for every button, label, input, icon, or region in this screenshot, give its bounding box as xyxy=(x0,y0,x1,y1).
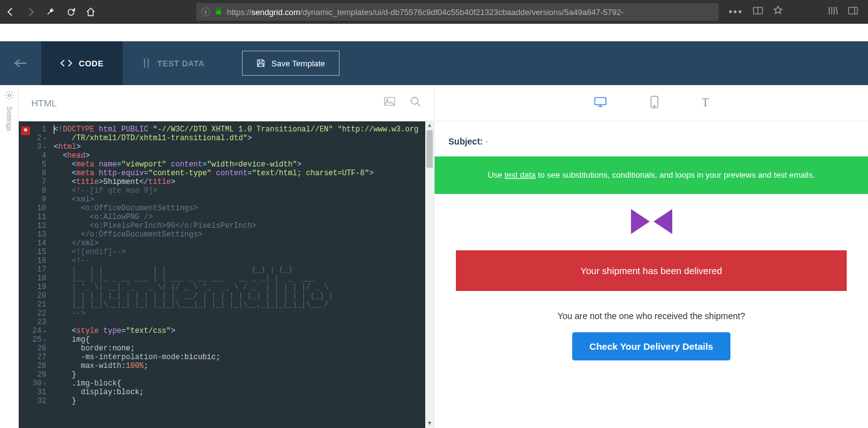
lock-icon xyxy=(215,7,222,17)
preview-head: T xyxy=(435,85,868,121)
tab-testdata-label: TEST DATA xyxy=(158,59,205,68)
image-icon[interactable] xyxy=(384,96,395,110)
banner-text-before: Use xyxy=(488,170,505,180)
forward-icon xyxy=(25,6,36,18)
svg-rect-6 xyxy=(595,97,606,104)
reader-icon[interactable] xyxy=(753,6,763,18)
white-gap xyxy=(0,24,868,41)
back-icon[interactable] xyxy=(5,6,16,18)
url-text: https://sendgrid.com/dynamic_templates/u… xyxy=(227,8,714,17)
browser-nav-icons xyxy=(5,6,96,18)
app-body: Settings HTML ✖ 123456789101112131415161… xyxy=(0,85,868,428)
error-badge[interactable]: ✖ xyxy=(21,126,30,135)
scroll-thumb[interactable] xyxy=(426,130,433,168)
email-preview: Your shipment has been delivered You are… xyxy=(435,194,868,360)
home-icon[interactable] xyxy=(85,6,96,18)
text-preview-icon[interactable]: T xyxy=(702,96,709,110)
svg-point-4 xyxy=(386,99,388,101)
save-template-button[interactable]: Save Template xyxy=(242,51,340,76)
svg-point-2 xyxy=(8,94,11,96)
search-icon[interactable] xyxy=(410,96,421,110)
app-back-button[interactable] xyxy=(0,58,41,68)
wrench-icon[interactable] xyxy=(45,6,56,18)
save-template-label: Save Template xyxy=(271,59,325,68)
reload-icon[interactable] xyxy=(65,6,76,18)
question-text: You are not the one who received the shi… xyxy=(456,291,847,332)
preview-column: T Subject: - Use test data to see substi… xyxy=(435,85,868,428)
subject-row: Subject: - xyxy=(435,136,868,156)
code-editor[interactable]: ✖ 12345678910111213141516171819202122232… xyxy=(19,121,434,428)
app-header: CODE TEST DATA Save Template xyxy=(0,41,868,85)
delivered-text: Your shipment has been delivered xyxy=(580,265,722,276)
svg-point-8 xyxy=(654,105,655,106)
svg-rect-1 xyxy=(849,8,857,14)
scroll-down-icon[interactable]: ▼ xyxy=(425,419,434,428)
desktop-preview-icon[interactable] xyxy=(594,97,607,110)
banner-text-after: to see substitutions, conditionals, and … xyxy=(536,170,815,180)
library-icon[interactable] xyxy=(828,6,838,18)
info-icon[interactable]: i xyxy=(201,8,210,16)
line-gutter: 1234567891011121314151617181920212223242… xyxy=(19,121,50,428)
cta-wrap: Check Your Delivery Details xyxy=(456,332,847,360)
preview-body: Subject: - Use test data to see substitu… xyxy=(435,121,868,428)
cta-button[interactable]: Check Your Delivery Details xyxy=(572,332,731,360)
more-icon[interactable]: ••• xyxy=(729,6,743,18)
tab-code[interactable]: CODE xyxy=(41,41,123,85)
editor-head: HTML xyxy=(19,85,434,121)
sidebar-icon[interactable] xyxy=(848,6,858,18)
settings-rail[interactable]: Settings xyxy=(0,85,19,428)
testdata-banner: Use test data to see substitutions, cond… xyxy=(435,156,868,194)
browser-right-icons: ••• xyxy=(729,6,863,18)
bowtie-logo xyxy=(456,209,847,234)
gear-icon xyxy=(4,90,14,103)
code-content[interactable]: <!DOCTYPE html PUBLIC "-//W3C//DTD XHTML… xyxy=(50,121,434,428)
subject-label: Subject: xyxy=(448,136,483,146)
mobile-preview-icon[interactable] xyxy=(650,96,659,111)
testdata-link[interactable]: test data xyxy=(505,170,536,180)
tab-code-label: CODE xyxy=(79,59,104,68)
editor-title: HTML xyxy=(31,98,57,108)
cta-label: Check Your Delivery Details xyxy=(590,341,714,352)
save-icon xyxy=(256,59,265,68)
tab-testdata[interactable]: TEST DATA xyxy=(123,41,224,85)
settings-label: Settings xyxy=(6,106,13,131)
scroll-up-icon[interactable]: ▲ xyxy=(425,121,434,130)
url-bar[interactable]: i https://sendgrid.com/dynamic_templates… xyxy=(196,3,719,21)
editor-column: HTML ✖ 123456789101112131415161718192021… xyxy=(19,85,435,428)
editor-tools xyxy=(384,96,421,110)
delivered-bar: Your shipment has been delivered xyxy=(456,250,847,291)
tabs: CODE TEST DATA xyxy=(41,41,223,85)
svg-point-5 xyxy=(411,97,418,104)
subject-value: - xyxy=(485,136,488,146)
bookmark-star-icon[interactable] xyxy=(773,6,783,18)
browser-chrome: i https://sendgrid.com/dynamic_templates… xyxy=(0,0,868,24)
scrollbar-vertical[interactable]: ▲ ▼ xyxy=(425,121,434,428)
